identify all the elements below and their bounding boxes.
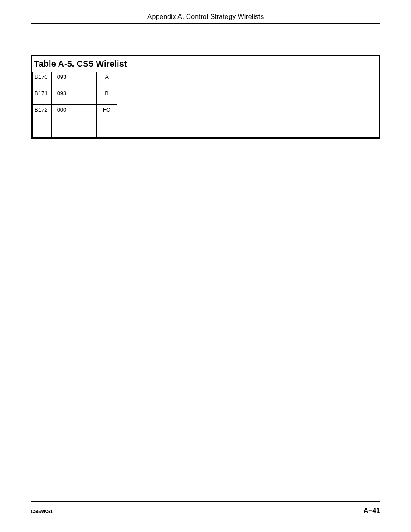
wirelist-table: B170 093 A B171 093 B B172 000 FC — [32, 72, 117, 137]
table-row: B172 000 FC — [33, 105, 117, 121]
cell: B171 — [33, 88, 52, 105]
cell — [72, 72, 97, 88]
cell — [33, 121, 52, 137]
cell: B172 — [33, 105, 52, 121]
cell — [52, 121, 72, 137]
cell: B170 — [33, 72, 52, 88]
cell — [72, 105, 97, 121]
cell — [97, 121, 117, 137]
page: Appendix A. Control Strategy Wirelists T… — [0, 0, 411, 532]
cell: B — [97, 88, 117, 105]
table-container: Table A-5. CS5 Wirelist B170 093 A B171 … — [31, 55, 380, 139]
page-footer: CS5WKS1 A–41 — [31, 507, 380, 515]
cell: 093 — [52, 88, 72, 105]
footer-rule — [31, 501, 380, 502]
cell: A — [97, 72, 117, 88]
header-rule — [31, 23, 380, 24]
footer-left: CS5WKS1 — [31, 509, 53, 514]
table-row — [33, 121, 117, 137]
cell: 000 — [52, 105, 72, 121]
table-title: Table A-5. CS5 Wirelist — [32, 56, 379, 72]
table-row: B171 093 B — [33, 88, 117, 105]
table-row: B170 093 A — [33, 72, 117, 88]
page-header: Appendix A. Control Strategy Wirelists — [31, 13, 380, 24]
header-text: Appendix A. Control Strategy Wirelists — [31, 13, 380, 21]
cell: 093 — [52, 72, 72, 88]
cell — [72, 88, 97, 105]
footer-page-number: A–41 — [364, 507, 380, 515]
cell — [72, 121, 97, 137]
cell: FC — [97, 105, 117, 121]
